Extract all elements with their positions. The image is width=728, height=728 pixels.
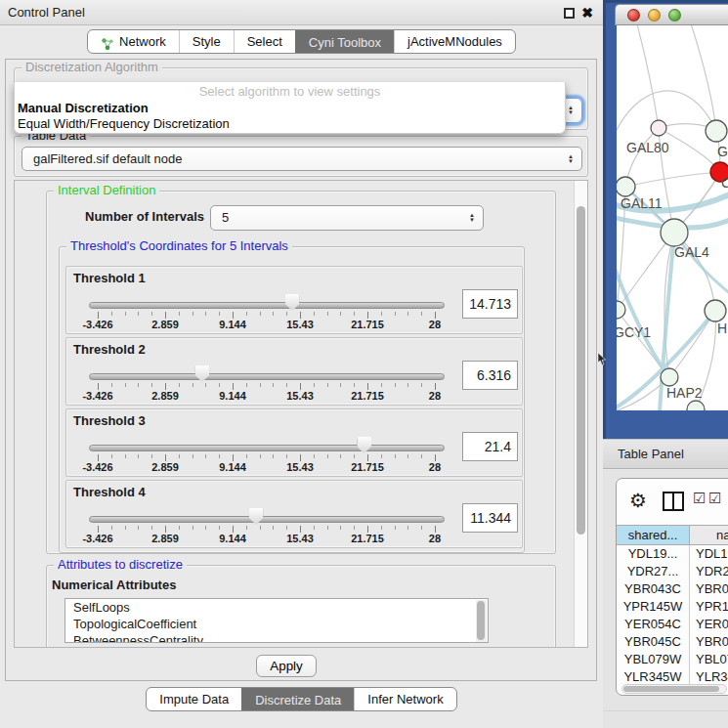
node-label-hap2: HAP2 bbox=[666, 385, 703, 401]
threshold-1-value-field[interactable]: 14.713 bbox=[462, 289, 518, 319]
close-icon[interactable]: ✖ bbox=[581, 4, 593, 21]
list-item[interactable]: SelfLoops bbox=[65, 599, 488, 616]
node[interactable] bbox=[705, 300, 726, 321]
zoom-traffic-light[interactable] bbox=[668, 9, 681, 21]
tick-label: 2.859 bbox=[151, 319, 179, 330]
tab-style[interactable]: Style bbox=[179, 30, 234, 53]
checkbox-icon[interactable]: ☑ bbox=[708, 490, 721, 507]
table-row[interactable]: YBR045CYBR04 bbox=[617, 633, 728, 651]
dropdown-option-manual-discretization[interactable]: Manual Discretization bbox=[15, 101, 565, 116]
node-gal80[interactable] bbox=[651, 120, 666, 136]
cell-shared-name[interactable]: YDL19... bbox=[617, 545, 690, 563]
threshold-3-value-field[interactable]: 21.4 bbox=[462, 432, 518, 461]
cell-name[interactable]: YDL19 bbox=[690, 545, 728, 563]
table-row[interactable]: YPR145WYPR14 bbox=[617, 598, 728, 616]
tab-select[interactable]: Select bbox=[234, 30, 295, 53]
float-window-icon[interactable] bbox=[564, 8, 575, 19]
column-header-shared-name[interactable]: shared... bbox=[617, 526, 690, 544]
numerical-attributes-list[interactable]: SelfLoops TopologicalCoefficient Between… bbox=[64, 598, 489, 643]
list-scrollbar[interactable] bbox=[476, 600, 487, 643]
threshold-2-slider[interactable]: -3.426 2.859 9.144 15.43 21.715 28 bbox=[89, 338, 445, 407]
close-traffic-light[interactable] bbox=[627, 9, 640, 21]
minimize-traffic-light[interactable] bbox=[648, 9, 661, 21]
node-gcy1[interactable] bbox=[617, 301, 625, 319]
tab-style-label: Style bbox=[193, 30, 221, 53]
settings-vertical-scrollbar[interactable] bbox=[574, 181, 587, 647]
number-of-intervals-combobox[interactable]: 5 ▲▼ bbox=[210, 205, 484, 231]
dropdown-option-equal-width-frequency[interactable]: Equal Width/Frequency Discretization bbox=[15, 116, 565, 132]
cell-name[interactable]: YDR27 bbox=[690, 563, 728, 580]
discretization-algorithm-title: Discretization Algorithm bbox=[21, 61, 162, 74]
node-hap2[interactable] bbox=[661, 368, 678, 386]
tick-label: 28 bbox=[429, 461, 441, 473]
interval-definition-title: Interval Definition bbox=[54, 184, 159, 197]
node-label-cut: C bbox=[721, 175, 728, 191]
tab-impute-data[interactable]: Impute Data bbox=[147, 688, 241, 710]
cell-name[interactable]: YBL07 bbox=[690, 651, 728, 668]
node-gal4[interactable] bbox=[661, 219, 688, 246]
threshold-4-panel: Threshold 4 -3.426 2.859 9.144 15.43 bbox=[65, 480, 523, 548]
threshold-2-value-field[interactable]: 6.316 bbox=[462, 361, 518, 390]
table-row[interactable]: YBR043CYBR04 bbox=[617, 580, 728, 598]
tab-jactivemnodules[interactable]: jActiveMNodules bbox=[394, 30, 515, 53]
cell-shared-name[interactable]: YBL079W bbox=[617, 651, 690, 668]
tick-label: 15.43 bbox=[286, 461, 314, 473]
tick-label: 28 bbox=[429, 390, 441, 402]
list-item[interactable]: BetweennessCentrality bbox=[65, 632, 488, 643]
tick-label: 9.144 bbox=[219, 533, 246, 544]
network-window-titlebar[interactable] bbox=[615, 4, 728, 25]
cell-shared-name[interactable]: YPR145W bbox=[617, 598, 690, 616]
cell-name[interactable]: YBR04 bbox=[690, 580, 728, 598]
node-label-gal80: GAL80 bbox=[626, 140, 669, 155]
network-icon bbox=[101, 35, 114, 49]
slider-tick-labels: -3.426 2.859 9.144 15.43 21.715 28 bbox=[89, 390, 445, 404]
table-row[interactable]: YER054CYER05 bbox=[617, 616, 728, 633]
threshold-4-value-field[interactable]: 11.344 bbox=[462, 503, 518, 533]
slider-tick-labels: -3.426 2.859 9.144 15.43 21.715 28 bbox=[89, 533, 445, 546]
table-data-combobox[interactable]: galFiltered.sif default node ▲▼ bbox=[21, 147, 582, 171]
tick-label: 2.859 bbox=[151, 461, 179, 473]
list-item[interactable]: TopologicalCoefficient bbox=[65, 616, 488, 632]
table-row[interactable]: YDR27...YDR27 bbox=[617, 563, 728, 580]
table-row[interactable]: YBL079WYBL07 bbox=[617, 651, 728, 668]
table-body: YDL19...YDL19 YDR27...YDR27 YBR043CYBR04… bbox=[617, 545, 728, 688]
cell-shared-name[interactable]: YBR043C bbox=[617, 580, 690, 598]
table-panel-title: Table Panel bbox=[618, 440, 684, 469]
tab-infer-network[interactable]: Infer Network bbox=[354, 688, 455, 710]
cell-shared-name[interactable]: YER054C bbox=[617, 616, 690, 633]
tab-discretize-data[interactable]: Discretize Data bbox=[241, 687, 354, 711]
thresholds-group-title: Threshold's Coordinates for 5 Intervals bbox=[66, 239, 292, 253]
tab-network[interactable]: Network bbox=[88, 30, 179, 53]
node[interactable] bbox=[706, 120, 727, 142]
scrollbar-thumb[interactable] bbox=[577, 206, 585, 535]
combo-arrows-icon: ▲▼ bbox=[469, 213, 475, 223]
node[interactable] bbox=[687, 401, 705, 410]
cell-name[interactable]: YER05 bbox=[690, 616, 728, 633]
combo-arrows-icon: ▲▼ bbox=[568, 154, 574, 164]
table-horizontal-scrollbar[interactable] bbox=[621, 684, 727, 694]
network-canvas[interactable]: GAL80 GAL11 GAL4 GCY1 HAP2 GA C H bbox=[617, 25, 728, 410]
slider-rail bbox=[89, 302, 445, 309]
cell-name[interactable]: YPR14 bbox=[690, 598, 728, 616]
cell-shared-name[interactable]: YDR27... bbox=[617, 563, 690, 580]
table-header-row: shared... name bbox=[617, 525, 728, 545]
checkbox-icon[interactable]: ☑ bbox=[693, 490, 706, 507]
gear-icon[interactable]: ⚙ bbox=[629, 489, 647, 512]
threshold-3-slider[interactable]: -3.426 2.859 9.144 15.43 21.715 28 bbox=[89, 409, 445, 478]
threshold-1-slider[interactable]: -3.426 2.859 9.144 15.43 21.715 28 bbox=[89, 267, 445, 335]
node-gal11[interactable] bbox=[617, 177, 635, 196]
control-panel: Control Panel ✖ Network bbox=[0, 0, 603, 728]
scrollbar-thumb[interactable] bbox=[623, 686, 719, 692]
tick-label: -3.426 bbox=[82, 533, 112, 544]
mouse-cursor bbox=[597, 353, 607, 368]
cell-name[interactable]: YBR04 bbox=[690, 633, 728, 651]
columns-icon[interactable] bbox=[663, 492, 684, 511]
tab-cyni-toolbox[interactable]: Cyni Toolbox bbox=[295, 29, 394, 54]
table-row[interactable]: YDL19...YDL19 bbox=[617, 545, 728, 563]
slider-rail bbox=[89, 445, 445, 451]
settings-scroll-panel: Interval Definition Number of Intervals … bbox=[14, 180, 588, 648]
column-header-name[interactable]: name bbox=[690, 526, 728, 544]
cell-shared-name[interactable]: YBR045C bbox=[617, 633, 690, 651]
apply-button[interactable]: Apply bbox=[256, 655, 317, 677]
threshold-4-slider[interactable]: -3.426 2.859 9.144 15.43 21.715 28 bbox=[89, 481, 445, 549]
